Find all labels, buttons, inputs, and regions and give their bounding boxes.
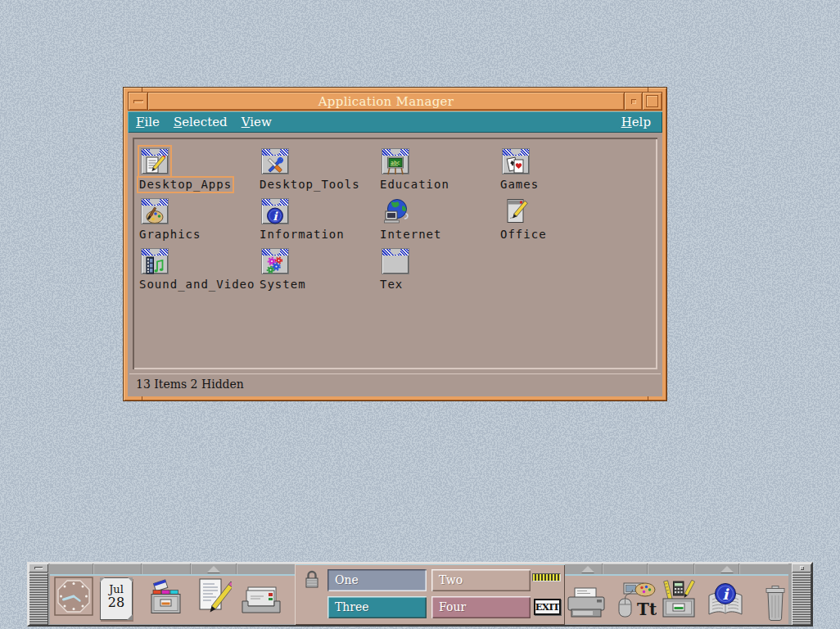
icon-label: Tex [380, 278, 403, 291]
icon-label: Office [500, 229, 547, 241]
status-text: 13 Items 2 Hidden [136, 378, 244, 391]
folder-gears-icon [261, 248, 289, 274]
strip-separator [647, 563, 648, 574]
app-group-system[interactable]: System [260, 248, 376, 298]
folder-filmstrip-note-icon [141, 248, 169, 274]
frame-notch [142, 88, 142, 92]
icon-label: Desktop_Apps [139, 179, 232, 191]
strip-separator [190, 563, 192, 574]
strip-separator [141, 563, 142, 574]
app-group-desktop-apps[interactable]: Desktop_Apps [139, 148, 255, 198]
strip-separator [602, 563, 603, 574]
folder-info-circle-icon: i [261, 198, 289, 224]
style-manager-icon[interactable]: Tt [612, 579, 657, 625]
clock-icon[interactable] [54, 577, 93, 619]
style-manager-letters: Tt [637, 600, 657, 619]
workspace-switch: One Two Three Four EXIT [295, 563, 565, 625]
panel-minimize-button-right[interactable] [792, 563, 811, 572]
window-menu-button[interactable] [128, 92, 148, 111]
calendar-fold [128, 577, 133, 582]
folder-plain-icon [382, 248, 409, 274]
calendar-month: Jul [101, 584, 132, 595]
file-manager-icon[interactable] [147, 579, 186, 622]
folder-paint-palette-icon [141, 198, 169, 224]
icon-pane: Desktop_Apps [133, 138, 657, 369]
app-group-information[interactable]: i Information [260, 198, 376, 248]
icon-label: Games [500, 179, 539, 191]
folder-crossed-tools-icon [261, 148, 289, 174]
app-group-office[interactable]: Office [500, 198, 616, 248]
folder-playing-cards-icon [502, 148, 530, 174]
calendar-fold [100, 577, 105, 582]
workspace-button-two[interactable]: Two [431, 569, 531, 591]
window-title: Application Manager [318, 94, 454, 109]
icon-label: Desktop_Tools [260, 179, 360, 191]
titlebar[interactable]: Application Manager [128, 92, 662, 111]
calendar-icon[interactable]: Jul 28 [100, 577, 133, 620]
frame-notch [142, 396, 142, 400]
panel-grip-left[interactable] [29, 573, 48, 625]
icon-label: Information [260, 229, 345, 241]
icon-label: Graphics [139, 229, 201, 241]
application-manager-icon[interactable] [659, 578, 698, 624]
mail-icon[interactable] [240, 585, 282, 621]
window-client-area: Desktop_Apps [128, 133, 662, 396]
front-panel: Jul 28 [27, 562, 813, 627]
menu-view[interactable]: View [236, 114, 278, 130]
menubar: File Selected View Help [128, 111, 662, 133]
subpanel-arrow-printer[interactable] [581, 566, 594, 572]
window-menu-dash-icon [133, 100, 143, 103]
app-group-games[interactable]: Games [500, 148, 616, 198]
app-group-education[interactable]: abc Education [380, 148, 496, 198]
trash-icon[interactable] [762, 585, 788, 626]
menu-selected[interactable]: Selected [168, 114, 233, 130]
strip-separator [738, 563, 740, 574]
panel-minimize-square-icon [800, 566, 804, 570]
globe-terminal-icon [382, 198, 409, 224]
minimize-button[interactable] [625, 92, 643, 111]
strip-separator [693, 563, 695, 574]
menu-file[interactable]: File [130, 114, 165, 130]
application-manager-window: Application Manager File Selected View H… [123, 87, 667, 401]
folder-chalkboard-icon: abc [382, 148, 409, 174]
exit-button[interactable]: EXIT [534, 599, 561, 615]
folder-notepad-pencil-icon [141, 148, 169, 174]
busy-light-indicator [532, 573, 561, 581]
maximize-icon [646, 95, 658, 107]
minimize-icon [631, 99, 636, 104]
panel-handle-left [29, 563, 48, 625]
frame-notch [648, 396, 648, 400]
workspace-button-three[interactable]: Three [327, 596, 427, 618]
panel-handle-right [792, 563, 811, 625]
app-group-internet[interactable]: Internet [380, 198, 496, 248]
strip-separator [93, 563, 94, 574]
workspace-button-one[interactable]: One [327, 569, 427, 591]
app-group-desktop-tools[interactable]: Desktop_Tools [260, 148, 376, 198]
subpanel-arrow-help[interactable] [720, 566, 734, 572]
icon-label: System [260, 278, 306, 291]
calendar-day: 28 [101, 595, 132, 610]
icon-grid: Desktop_Apps [139, 148, 621, 298]
strip-separator [236, 563, 237, 574]
subpanel-arrow-text-editor[interactable] [207, 566, 220, 572]
app-group-sound-and-video[interactable]: Sound_and_Video [139, 248, 255, 298]
statusbar: 13 Items 2 Hidden [129, 373, 661, 395]
icon-label: Education [380, 179, 449, 191]
icon-label: Sound_and_Video [139, 278, 255, 291]
help-viewer-icon[interactable]: i [704, 581, 747, 624]
app-group-tex[interactable]: Tex [380, 248, 496, 298]
app-group-graphics[interactable]: Graphics [139, 198, 255, 248]
text-editor-icon[interactable] [196, 577, 232, 624]
panel-minimize-dash-icon [34, 567, 43, 569]
maximize-button[interactable] [643, 92, 662, 111]
panel-minimize-button-left[interactable] [29, 563, 48, 572]
printer-icon[interactable] [565, 586, 607, 626]
menu-help[interactable]: Help [616, 114, 657, 130]
panel-grip-right[interactable] [792, 573, 811, 625]
lock-icon[interactable] [303, 568, 321, 595]
icon-label: Internet [380, 229, 441, 241]
chalkboard-text: abc [391, 160, 400, 166]
title-area[interactable]: Application Manager [148, 92, 625, 111]
workspace-button-four[interactable]: Four [431, 596, 531, 618]
calendar-fold [127, 614, 133, 620]
